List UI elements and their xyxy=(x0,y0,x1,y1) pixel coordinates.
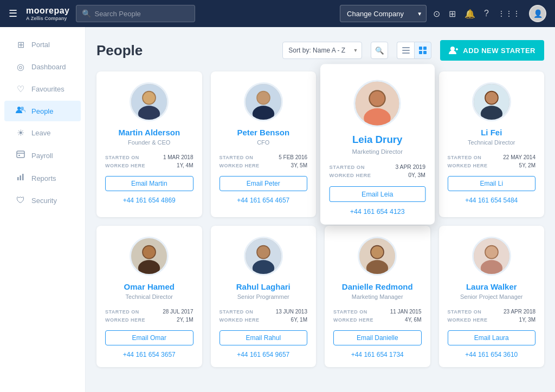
person-card[interactable]: Leia Drury Marketing Director STARTED ON… xyxy=(320,64,435,224)
help-icon[interactable]: ? xyxy=(484,9,489,18)
sidebar-item-payroll[interactable]: Payroll xyxy=(4,145,81,166)
started-on-label: STARTED ON xyxy=(448,309,482,315)
list-view-button[interactable] xyxy=(397,42,414,59)
svg-rect-12 xyxy=(423,47,427,50)
svg-rect-9 xyxy=(402,50,410,51)
favourites-icon: ♡ xyxy=(15,84,26,94)
worked-here-value: 6Y, 1M xyxy=(291,317,307,323)
sidebar-label-payroll: Payroll xyxy=(31,152,53,160)
sidebar-item-people[interactable]: People xyxy=(4,101,81,121)
page-header: People Sort by: Name A - Z ▼ 🔍 xyxy=(96,40,544,61)
email-button[interactable]: Email Rahul xyxy=(220,330,308,345)
started-on-row: STARTED ON 1 MAR 2018 xyxy=(105,153,193,161)
search-button[interactable]: 🔍 xyxy=(371,42,388,59)
add-icon[interactable]: ⊞ xyxy=(449,9,456,19)
worked-here-label: WORKED HERE xyxy=(333,317,373,323)
sort-wrapper: Sort by: Name A - Z ▼ xyxy=(282,42,362,59)
started-on-value: 13 JUN 2013 xyxy=(276,309,307,315)
person-avatar xyxy=(358,237,397,276)
person-role: Senior Project Manager xyxy=(460,293,523,300)
started-on-row: STARTED ON 22 MAY 2014 xyxy=(448,153,536,161)
apps-grid-icon[interactable]: ⋮⋮⋮ xyxy=(498,9,520,18)
sidebar-item-leave[interactable]: ☀ Leave xyxy=(4,122,81,143)
person-card[interactable]: Omar Hamed Technical Director STARTED ON… xyxy=(96,226,202,367)
compass-icon[interactable]: ⊙ xyxy=(433,9,440,19)
worked-here-label: WORKED HERE xyxy=(448,317,488,323)
started-on-label: STARTED ON xyxy=(220,309,254,315)
people-icon xyxy=(15,106,26,116)
started-on-label: STARTED ON xyxy=(330,164,365,169)
worked-here-value: 4Y, 6M xyxy=(405,317,421,323)
search-box[interactable]: 🔍 xyxy=(76,5,195,22)
email-button[interactable]: Email Leia xyxy=(330,186,425,202)
person-name: Rahul Laghari xyxy=(236,282,291,291)
sidebar-item-dashboard[interactable]: ◎ Dashboard xyxy=(4,56,81,77)
search-icon: 🔍 xyxy=(82,9,91,18)
person-card[interactable]: Danielle Redmond Marketing Manager START… xyxy=(325,226,430,367)
search-input[interactable] xyxy=(94,10,176,18)
svg-rect-7 xyxy=(22,174,24,180)
person-phone: +44 161 654 5484 xyxy=(465,197,518,204)
email-button[interactable]: Email Omar xyxy=(105,330,193,345)
person-card[interactable]: Laura Walker Senior Project Manager STAR… xyxy=(439,226,545,367)
people-cards-grid: Martin Alderson Founder & CEO STARTED ON… xyxy=(96,71,544,367)
svg-rect-6 xyxy=(20,175,22,180)
add-new-starter-button[interactable]: ADD NEW STARTER xyxy=(440,40,544,61)
person-details: STARTED ON 23 APR 2018 WORKED HERE 1Y, 3… xyxy=(448,308,536,324)
started-on-value: 28 JUL 2017 xyxy=(163,309,193,315)
security-icon: 🛡 xyxy=(15,195,26,205)
person-name: Laura Walker xyxy=(466,282,517,291)
worked-here-value: 3Y, 5M xyxy=(291,162,307,168)
svg-rect-4 xyxy=(18,155,20,156)
bell-icon[interactable]: 🔔 xyxy=(464,9,475,19)
sidebar-item-favourites[interactable]: ♡ Favourites xyxy=(4,79,81,100)
started-on-label: STARTED ON xyxy=(448,155,482,160)
sidebar-item-security[interactable]: 🛡 Security xyxy=(4,190,81,211)
sidebar-label-leave: Leave xyxy=(31,129,50,137)
worked-here-value: 0Y, 3M xyxy=(408,172,425,178)
sidebar-label-security: Security xyxy=(31,197,57,205)
search-btn-icon: 🔍 xyxy=(375,47,384,55)
worked-here-label: WORKED HERE xyxy=(448,163,488,168)
worked-here-row: WORKED HERE 1Y, 3M xyxy=(448,316,536,324)
email-button[interactable]: Email Martin xyxy=(105,176,193,191)
payroll-icon xyxy=(15,150,26,161)
hamburger-icon[interactable]: ☰ xyxy=(9,8,17,19)
svg-point-33 xyxy=(486,92,498,104)
person-role: CFO xyxy=(257,139,269,146)
person-details: STARTED ON 1 MAR 2018 WORKED HERE 1Y, 4M xyxy=(105,153,193,169)
person-phone: +44 161 654 3610 xyxy=(465,351,518,358)
grid-view-button[interactable] xyxy=(414,42,431,59)
logo: moorepay A Zellis Company xyxy=(26,6,69,21)
person-card[interactable]: Peter Benson CFO STARTED ON 5 FEB 2016 W… xyxy=(211,71,317,217)
person-role: Technical Director xyxy=(126,293,173,300)
person-card[interactable]: Rahul Laghari Senior Programmer STARTED … xyxy=(211,226,317,367)
worked-here-value: 1Y, 3M xyxy=(519,317,535,323)
sidebar-item-portal[interactable]: ⊞ Portal xyxy=(4,34,81,55)
email-button[interactable]: Email Laura xyxy=(448,330,536,345)
person-card[interactable]: Li Fei Technical Director STARTED ON 22 … xyxy=(439,71,545,217)
person-name: Peter Benson xyxy=(237,128,289,137)
user-avatar[interactable]: 👤 xyxy=(529,5,546,22)
person-avatar xyxy=(472,82,511,121)
person-avatar xyxy=(130,237,169,276)
person-phone: +44 161 654 4869 xyxy=(123,197,176,204)
main-content: People Sort by: Name A - Z ▼ 🔍 xyxy=(86,27,555,392)
email-button[interactable]: Email Peter xyxy=(220,176,308,191)
email-button[interactable]: Email Danielle xyxy=(333,330,422,345)
email-button[interactable]: Email Li xyxy=(448,176,536,191)
company-select[interactable]: Change Company xyxy=(340,5,427,22)
person-details: STARTED ON 5 FEB 2016 WORKED HERE 3Y, 5M xyxy=(220,153,308,169)
sidebar-label-dashboard: Dashboard xyxy=(31,63,66,71)
person-card[interactable]: Martin Alderson Founder & CEO STARTED ON… xyxy=(96,71,202,217)
sort-select[interactable]: Sort by: Name A - Z xyxy=(282,42,362,59)
person-phone: +44 161 654 1734 xyxy=(351,351,404,358)
sidebar-item-reports[interactable]: Reports xyxy=(4,167,81,189)
started-on-label: STARTED ON xyxy=(105,309,139,315)
person-avatar xyxy=(472,237,511,276)
svg-point-41 xyxy=(257,246,269,258)
svg-rect-8 xyxy=(402,47,410,48)
started-on-value: 1 MAR 2018 xyxy=(163,154,193,160)
person-details: STARTED ON 3 APR 2019 WORKED HERE 0Y, 3M xyxy=(330,162,425,179)
svg-point-15 xyxy=(450,47,455,51)
